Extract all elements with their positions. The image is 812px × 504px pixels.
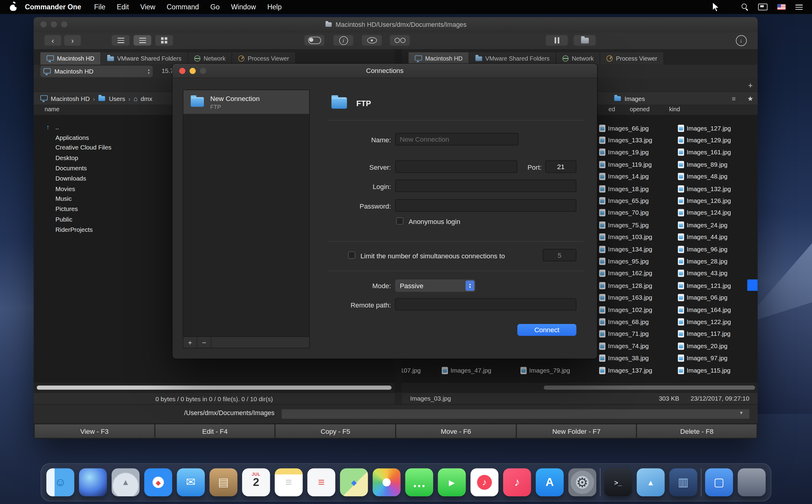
function-key-button[interactable]: Move - F6 [396,424,516,438]
breadcrumb-item[interactable]: Images [614,95,645,102]
file-row[interactable]: Images_74.jpg [590,340,668,352]
anonymous-checkbox[interactable] [396,217,403,225]
file-row[interactable]: Images_95.jpg [590,255,668,267]
siri[interactable] [79,468,107,496]
file-row[interactable]: Images_20.jpg [668,340,747,352]
add-connection-button[interactable]: + [183,337,197,348]
notes[interactable]: ≡ [275,468,303,496]
file-row[interactable]: Images_163.jpg [590,291,668,304]
limit-count-field[interactable] [543,249,577,261]
photos[interactable] [372,468,400,496]
file-row[interactable]: Images_137.jpg [590,364,668,376]
file-row[interactable]: Images_97.jpg [668,352,747,364]
function-key-button[interactable]: Delete - F8 [637,424,757,438]
file-row[interactable]: Images_134.jpg [590,243,668,255]
view-grid-button[interactable] [155,35,173,46]
breadcrumb-item[interactable]: Users [98,95,125,102]
file-row[interactable]: Images_103.jpg [590,231,668,243]
finder-window[interactable]: ▢ [705,468,733,496]
pane-tab[interactable]: Network [188,52,232,65]
breadcrumb-item[interactable]: Macintosh HD [40,95,90,102]
menu-item[interactable]: Go [204,0,225,14]
file-row[interactable]: Images_127.jpg [668,122,747,134]
right-pane-hscrollbar[interactable] [544,386,755,390]
drive-selector[interactable]: Macintosh HD ▴▾ [40,66,153,77]
file-row[interactable]: Images_24.jpg [668,219,747,231]
file-row[interactable]: Images_44.jpg [668,231,747,243]
close-button[interactable] [40,21,47,27]
file-row[interactable]: Images_133.jpg [590,134,668,146]
function-key-button[interactable]: View - F3 [35,424,154,438]
file-row[interactable]: Images_161.jpg [668,146,747,158]
preview-button[interactable] [361,35,382,46]
minimize-button[interactable] [51,21,57,27]
input-source-flag-icon[interactable] [777,4,785,10]
left-pane-hscrollbar[interactable] [37,386,391,390]
mail[interactable]: ✉ [177,468,205,496]
pane-tab[interactable]: Network [556,52,600,65]
file-row[interactable]: Images_115.jpg [668,364,747,376]
pane-tab[interactable]: Macintosh HD [409,52,469,65]
file-row[interactable]: Images_107.jpg [402,364,421,376]
function-key-button[interactable]: New Folder - F7 [517,424,636,438]
mode-select[interactable]: Passive ▴▾ [395,279,476,292]
launchpad[interactable]: ▲ [112,468,140,496]
menu-item[interactable]: Help [261,0,287,14]
dialog-close-button[interactable] [179,68,185,74]
file-row[interactable]: Images_124.jpg [668,207,747,219]
connect-button[interactable]: Connect [517,324,577,336]
file-row[interactable]: Images_117.jpg [668,328,747,340]
file-row[interactable]: Images_119.jpg [590,159,668,171]
pane-tab[interactable]: VMware Shared Folders [101,52,188,65]
finder[interactable]: ☺ [46,468,74,496]
file-row[interactable]: Images_47.jpg [433,364,491,376]
pane-tab[interactable]: Process Viewer [232,52,296,65]
file-row[interactable]: Images_121.jpg [668,279,747,291]
file-row[interactable]: Images_102.jpg [590,304,668,316]
server-field[interactable] [395,160,517,173]
app-store[interactable]: A [536,468,564,496]
file-row[interactable]: Images_66.jpg [590,122,668,134]
menu-item[interactable]: Window [225,0,261,14]
column-header[interactable]: ed [608,106,615,112]
search-files-button[interactable] [389,35,410,46]
messages[interactable]: … [405,468,433,496]
contacts[interactable]: ▤ [209,468,237,496]
file-row[interactable]: Images_71.jpg [590,328,668,340]
search-icon[interactable] [742,4,748,10]
add-tab-button[interactable]: + [745,80,756,90]
file-row[interactable]: Images_162.jpg [590,267,668,279]
selected-file-highlight[interactable] [747,279,757,291]
pause-queue-button[interactable] [545,35,568,46]
apple-menu-icon[interactable] [10,3,17,11]
menu-item[interactable]: Command [161,0,205,14]
menu-item[interactable]: File [88,0,111,14]
file-row[interactable]: Images_75.jpg [590,219,668,231]
pane-tab[interactable]: Process Viewer [601,52,664,65]
queue-toggle-button[interactable] [304,35,325,46]
file-row[interactable]: Images_19.jpg [590,146,668,158]
column-header[interactable]: kind [669,106,680,112]
file-row[interactable]: Images_06.jpg [668,291,747,304]
column-header[interactable]: opened [630,106,650,112]
function-key-button[interactable]: Copy - F5 [276,424,395,438]
name-field[interactable] [395,133,519,145]
system-preferences[interactable]: ⚙ [568,468,596,496]
reminders[interactable]: ≡ [307,468,335,496]
calendar[interactable]: JUL 2 [242,468,270,496]
itunes[interactable]: ♪ [471,468,499,496]
file-row[interactable]: Images_18.jpg [590,183,668,195]
facetime[interactable]: ▶ [438,468,466,496]
file-row[interactable]: Images_48.jpg [668,171,747,183]
menu-item[interactable]: View [134,0,161,14]
login-field[interactable] [395,180,577,192]
trash[interactable] [738,468,766,496]
preview[interactable]: ▲ [637,468,665,496]
info-button[interactable]: i [333,35,354,46]
maps[interactable]: ◆ [340,468,368,496]
app-menu-title[interactable]: Commander One [25,3,81,11]
back-button[interactable]: ‹ [44,35,62,46]
commander-one[interactable]: ▥ [669,468,697,496]
file-row[interactable]: Images_70.jpg [590,207,668,219]
file-row[interactable]: Images_96.jpg [668,243,747,255]
